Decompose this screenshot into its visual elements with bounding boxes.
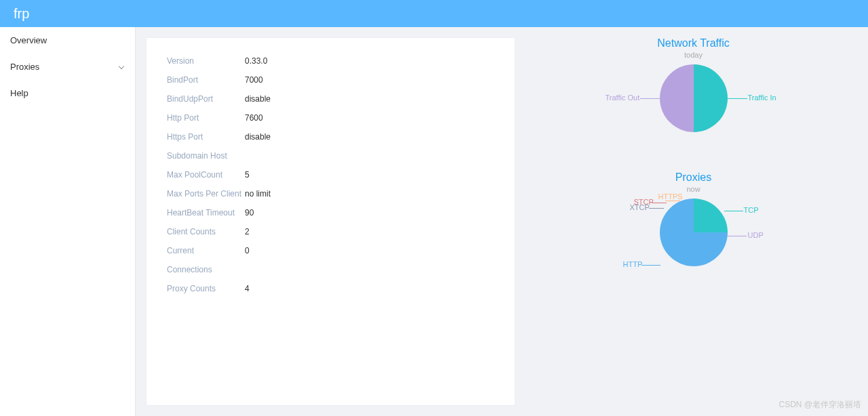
chart-subtitle: today [606, 51, 782, 59]
app-title: frp [14, 6, 29, 22]
sidebar-item-label: Help [10, 88, 28, 98]
sidebar-item-proxies[interactable]: Proxies [0, 54, 135, 80]
info-card: Version0.33.0BindPort7000BindUdpPortdisa… [146, 37, 515, 406]
info-label: Version [167, 56, 245, 66]
sidebar-item-overview[interactable]: Overview [0, 27, 135, 54]
info-label: Max Ports Per Client [167, 189, 245, 199]
info-row: Version0.33.0 [167, 51, 494, 70]
info-row: Proxy Counts4 [167, 279, 494, 298]
watermark: CSDN @老伴穿洛丽塔 [778, 399, 861, 411]
charts-panel: Network Traffic today Traffic In Traffic… [529, 37, 858, 406]
main: Version0.33.0BindPort7000BindUdpPortdisa… [136, 27, 868, 416]
chevron-down-icon [118, 64, 125, 70]
chart-title: Proxies [606, 171, 782, 184]
pie-proxies: TCP UDP HTTP HTTPS STCP XTCP [606, 199, 782, 287]
info-value: 0 [245, 246, 250, 255]
sidebar-item-label: Overview [10, 35, 47, 45]
info-label: BindPort [167, 75, 245, 85]
info-value: 7600 [245, 113, 263, 123]
info-row: HeartBeat Timeout90 [167, 203, 494, 222]
info-label: Http Port [167, 113, 245, 123]
info-value: 2 [245, 227, 250, 236]
info-row: Max Ports Per Clientno limit [167, 184, 494, 203]
info-row: Http Port7600 [167, 108, 494, 127]
sidebar-item-label: Proxies [10, 62, 39, 72]
info-value: 5 [245, 170, 250, 180]
chart-subtitle: now [606, 185, 782, 193]
info-value: disable [245, 132, 271, 142]
sidebar-item-help[interactable]: Help [0, 80, 135, 106]
label-https: HTTPS [658, 192, 683, 201]
info-value: 0.33.0 [245, 56, 267, 66]
label-http: HTTP [623, 260, 643, 268]
info-value: 90 [245, 208, 254, 217]
label-tcp: TCP [744, 206, 759, 214]
info-label: Max PoolCount [167, 170, 245, 180]
info-value: no limit [245, 189, 271, 199]
label-udp: UDP [748, 231, 764, 239]
pie-traffic: Traffic In Traffic Out [606, 64, 782, 152]
pie-svg [660, 64, 728, 132]
label-traffic-in: Traffic In [748, 93, 776, 102]
info-row: Https Portdisable [167, 127, 494, 146]
info-label: BindUdpPort [167, 94, 245, 104]
info-row: Max PoolCount5 [167, 165, 494, 184]
pie-svg [660, 199, 728, 266]
info-value: 4 [245, 284, 250, 293]
info-label: Current [167, 246, 245, 255]
header: frp [0, 0, 868, 27]
chart-network-traffic: Network Traffic today Traffic In Traffic… [606, 37, 782, 152]
info-row: BindUdpPortdisable [167, 89, 494, 108]
info-label: HeartBeat Timeout [167, 208, 245, 217]
info-value: 7000 [245, 75, 263, 85]
info-row: Client Counts2 [167, 222, 494, 241]
info-row: Connections [167, 260, 494, 279]
info-row: Subdomain Host [167, 146, 494, 165]
info-label: Proxy Counts [167, 284, 245, 293]
layout: Overview Proxies Help Version0.33.0BindP… [0, 27, 868, 416]
info-label: Https Port [167, 132, 245, 142]
label-xtcp: XTCP [630, 203, 650, 211]
info-value: disable [245, 94, 271, 104]
info-row: Current0 [167, 241, 494, 260]
sidebar: Overview Proxies Help [0, 27, 136, 416]
info-label: Subdomain Host [167, 151, 245, 161]
chart-proxies: Proxies now TCP UDP [606, 171, 782, 287]
label-traffic-out: Traffic Out [606, 93, 640, 102]
info-label: Client Counts [167, 227, 245, 236]
info-row: BindPort7000 [167, 70, 494, 89]
info-label: Connections [167, 265, 245, 274]
chart-title: Network Traffic [606, 37, 782, 49]
